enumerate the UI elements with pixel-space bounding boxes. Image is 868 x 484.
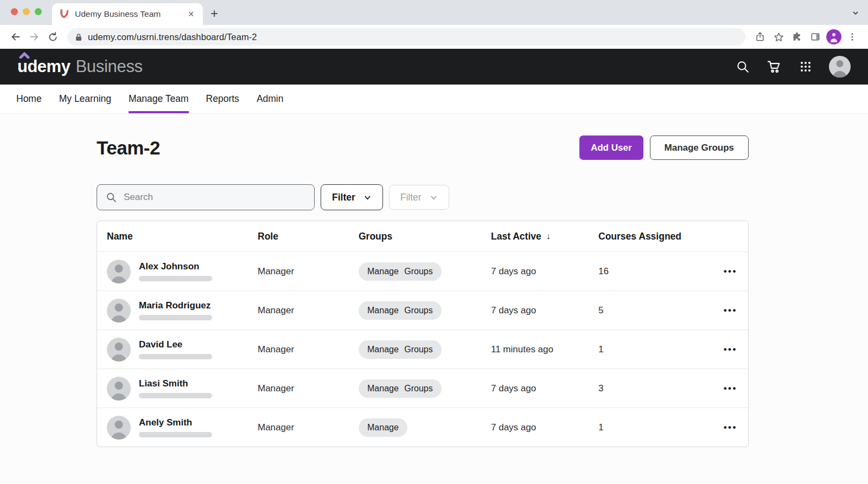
apps-grid-icon[interactable] [797, 59, 814, 75]
url-text: udemy.com/usrni.trens/dashboard/Team-2 [88, 32, 257, 42]
sort-descending-icon: ↓ [546, 231, 551, 241]
user-subtitle-skeleton [139, 432, 212, 437]
browser-tab-strip: Udemy Business Team ✕ + [0, 0, 868, 25]
zoom-window-button[interactable] [35, 8, 42, 15]
filter-primary-label: Filter [332, 192, 355, 203]
courses-assigned: 5 [598, 305, 699, 316]
groups-pill[interactable]: Manage Groups [359, 262, 442, 281]
udemy-business-logo[interactable]: udemy Business [17, 57, 143, 76]
avatar [107, 377, 131, 401]
nav-item-reports[interactable]: Reports [206, 85, 239, 113]
row-menu-button[interactable]: ••• [724, 422, 737, 433]
table-row: David Lee Manager Manage Groups 11 minut… [97, 330, 748, 369]
bookmark-star-icon[interactable] [769, 28, 788, 46]
nav-item-manage-team[interactable]: Manage Team [129, 85, 189, 113]
chevron-down-icon [430, 193, 438, 202]
courses-assigned: 1 [598, 422, 699, 433]
column-header-role[interactable]: Role [258, 231, 359, 242]
nav-item-label: My Learning [59, 93, 111, 105]
tab-title: Udemy Business Team [75, 9, 180, 19]
nav-item-admin[interactable]: Admin [257, 85, 284, 113]
udemy-header: udemy Business [0, 49, 868, 85]
table-row: Maria Rodriguez Manager Manage Groups 7 … [97, 291, 748, 330]
user-role: Manager [258, 422, 359, 433]
tab-list-chevron-icon[interactable] [852, 9, 859, 17]
groups-pill[interactable]: Manage [359, 418, 407, 437]
nav-item-label: Home [16, 93, 42, 105]
groups-pill[interactable]: Manage Groups [359, 379, 442, 398]
nav-item-my-learning[interactable]: My Learning [59, 85, 111, 113]
row-menu-button[interactable]: ••• [724, 383, 737, 394]
last-active: 11 minutes ago [491, 344, 598, 355]
table-header-row: Name Role Groups Last Active ↓ Courses A… [97, 221, 748, 251]
close-window-button[interactable] [11, 8, 18, 15]
filter-dropdown-primary[interactable]: Filter [321, 184, 383, 210]
user-role: Manager [258, 266, 359, 277]
nav-item-label: Manage Team [129, 93, 189, 105]
search-icon[interactable] [735, 59, 751, 75]
user-name: David Lee [139, 339, 182, 350]
search-input[interactable] [124, 192, 306, 203]
search-box[interactable] [97, 184, 315, 210]
chevron-down-icon [363, 193, 372, 202]
logo-caret-icon [19, 52, 30, 59]
user-role: Manager [258, 383, 359, 394]
user-subtitle-skeleton [139, 276, 212, 281]
column-header-name[interactable]: Name [107, 231, 258, 242]
user-role: Manager [258, 305, 359, 316]
table-body: Alex Johnson Manager Manage Groups 7 day… [97, 251, 748, 447]
groups-pill[interactable]: Manage Groups [359, 301, 442, 320]
close-tab-icon[interactable]: ✕ [186, 9, 196, 20]
udemy-favicon-icon [59, 9, 69, 20]
filter-dropdown-secondary[interactable]: Filter [389, 185, 449, 210]
avatar [107, 299, 131, 322]
new-tab-button[interactable]: + [210, 7, 218, 20]
last-active: 7 days ago [491, 266, 598, 277]
user-subtitle-skeleton [139, 315, 212, 320]
browser-tab[interactable]: Udemy Business Team ✕ [52, 3, 203, 25]
browser-toolbar: udemy.com/usrni.trens/dashboard/Team-2 [0, 25, 868, 49]
user-name: Anely Smith [139, 417, 192, 428]
row-menu-button[interactable]: ••• [724, 266, 737, 277]
logo-suffix: Business [75, 57, 142, 76]
nav-item-label: Reports [206, 93, 239, 105]
page-title: Team-2 [97, 137, 160, 159]
row-menu-button[interactable]: ••• [724, 305, 737, 316]
main-content: Team-2 Add User Manage Groups Filter Fil… [0, 114, 868, 484]
table-row: Alex Johnson Manager Manage Groups 7 day… [97, 251, 748, 291]
table-row: Liasi Smith Manager Manage Groups 7 days… [97, 369, 748, 408]
cart-icon[interactable] [766, 59, 782, 75]
back-icon[interactable] [7, 28, 25, 46]
user-name: Alex Johnson [139, 261, 199, 272]
reload-icon[interactable] [43, 28, 62, 46]
browser-menu-icon[interactable] [843, 28, 861, 46]
column-header-courses-assigned[interactable]: Courses Assigned [598, 231, 699, 242]
share-icon[interactable] [751, 28, 769, 46]
avatar [107, 338, 131, 362]
minimize-window-button[interactable] [23, 8, 30, 15]
filter-secondary-label: Filter [400, 192, 422, 203]
nav-item-home[interactable]: Home [16, 85, 42, 113]
side-panel-icon[interactable] [806, 28, 825, 46]
browser-profile-avatar[interactable] [825, 28, 843, 46]
column-header-groups[interactable]: Groups [359, 231, 491, 242]
column-header-last-active[interactable]: Last Active ↓ [491, 231, 598, 242]
forward-icon[interactable] [25, 28, 43, 46]
extensions-puzzle-icon[interactable] [788, 28, 806, 46]
last-active: 7 days ago [491, 305, 598, 316]
groups-pill[interactable]: Manage Groups [359, 340, 442, 359]
user-name: Liasi Smith [139, 378, 188, 389]
user-subtitle-skeleton [139, 393, 212, 398]
row-menu-button[interactable]: ••• [724, 344, 737, 355]
add-user-button[interactable]: Add User [579, 135, 643, 160]
lock-icon [75, 33, 82, 41]
avatar [107, 416, 131, 440]
table-row: Anely Smith Manager Manage 7 days ago 1 … [97, 408, 748, 447]
user-role: Manager [258, 344, 359, 355]
manage-groups-button[interactable]: Manage Groups [650, 135, 749, 160]
user-subtitle-skeleton [139, 354, 212, 359]
search-magnifier-icon [105, 191, 117, 203]
address-bar[interactable]: udemy.com/usrni.trens/dashboard/Team-2 [67, 28, 745, 46]
nav-item-label: Admin [257, 93, 284, 105]
user-avatar[interactable] [829, 56, 851, 78]
